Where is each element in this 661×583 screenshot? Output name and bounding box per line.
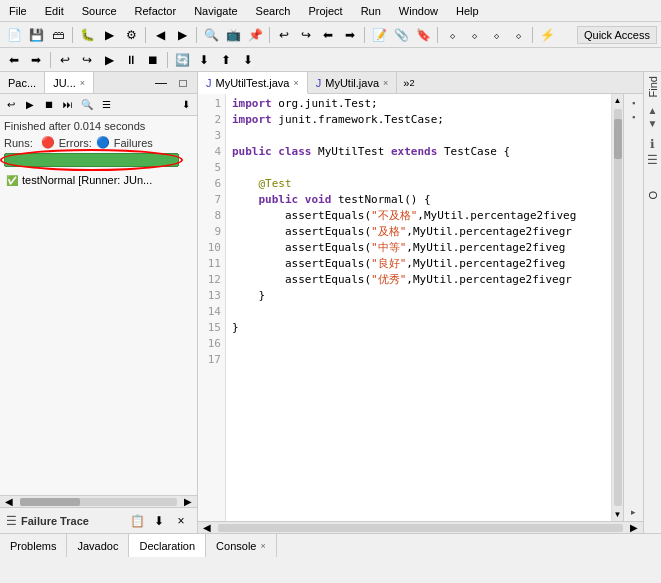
editor-hscroll[interactable]: ◀ ▶ [198,521,643,533]
tab-junit[interactable]: JU... × [45,72,94,93]
find-prev[interactable]: ▲ [648,105,658,116]
lt-btn7[interactable]: ⬇ [177,96,195,114]
tab-console-close[interactable]: × [260,541,265,551]
panel-maximize[interactable]: □ [173,73,193,93]
sep4 [269,27,270,43]
tab-declaration[interactable]: Declaration [129,534,206,557]
panel-minimize[interactable]: — [151,73,171,93]
tab-problems[interactable]: Problems [0,534,67,557]
annot-btn[interactable]: 📝 [369,25,389,45]
ft-btn1[interactable]: 📋 [127,511,147,531]
misc3-btn[interactable]: ⬦ [486,25,506,45]
info-icon-1[interactable]: ℹ [650,137,655,151]
menu-window[interactable]: Window [394,3,443,19]
test-item-normal[interactable]: ✅ testNormal [Runner: JUn... [4,173,193,187]
main-toolbar: 📄 💾 🗃 🐛 ▶ ⚙ ◀ ▶ 🔍 📺 📌 ↩ ↪ ⬅ ➡ 📝 📎 🔖 ⬦ ⬦ … [0,22,661,48]
vscroll-down[interactable]: ▼ [612,508,624,521]
t2-btn8[interactable]: 🔄 [172,50,192,70]
ln-9: 9 [198,224,221,240]
tab-javadoc[interactable]: Javadoc [67,534,129,557]
search-btn[interactable]: 🔍 [201,25,221,45]
redo-btn[interactable]: ↪ [296,25,316,45]
new-btn[interactable]: 📄 [4,25,24,45]
menu-project[interactable]: Project [303,3,347,19]
annotation-marker2: ▪ [632,112,635,122]
left-scrollbar[interactable]: ◀ ▶ [0,495,197,507]
save-all-btn[interactable]: 🗃 [48,25,68,45]
ft-btn2[interactable]: ⬇ [149,511,169,531]
lt-btn4[interactable]: ⏭ [59,96,77,114]
menu-edit[interactable]: Edit [40,3,69,19]
misc1-btn[interactable]: ⬦ [442,25,462,45]
run2-btn[interactable]: ⚙ [121,25,141,45]
vscroll-up[interactable]: ▲ [612,94,624,107]
t2-btn11[interactable]: ⬇ [238,50,258,70]
lt-btn5[interactable]: 🔍 [78,96,96,114]
tab-myutiltest-close[interactable]: × [293,78,298,88]
menu-search[interactable]: Search [251,3,296,19]
find-arrows: ▲ ▼ [648,101,658,133]
sep6 [437,27,438,43]
hscroll-right[interactable]: ▶ [625,519,643,537]
menu-refactor[interactable]: Refactor [130,3,182,19]
info-icon-2[interactable]: ☰ [647,153,658,167]
t2-btn1[interactable]: ⬅ [4,50,24,70]
t2-btn6[interactable]: ⏸ [121,50,141,70]
failure-trace: ☰ Failure Trace 📋 ⬇ × [0,507,197,533]
extra2-btn[interactable]: ⚡ [537,25,557,45]
tab-myutiltest[interactable]: J MyUtilTest.java × [198,72,308,94]
tab-myutil-close[interactable]: × [383,78,388,88]
annot3-btn[interactable]: 🔖 [413,25,433,45]
editor-tabs: J MyUtilTest.java × J MyUtil.java × »2 [198,72,643,94]
lt-btn2[interactable]: ▶ [21,96,39,114]
menu-run[interactable]: Run [356,3,386,19]
misc4-btn[interactable]: ⬦ [508,25,528,45]
lt-btn3[interactable]: ⏹ [40,96,58,114]
fwd-btn[interactable]: ➡ [340,25,360,45]
t2-btn2[interactable]: ➡ [26,50,46,70]
code-editor[interactable]: import org.junit.Test; import junit.fram… [226,94,611,521]
tab-more[interactable]: »2 [397,72,420,93]
tab-junit-close[interactable]: × [80,78,85,88]
tab-myutil[interactable]: J MyUtil.java × [308,72,398,93]
secondary-toolbar: ⬅ ➡ ↩ ↪ ▶ ⏸ ⏹ 🔄 ⬇ ⬆ ⬇ [0,48,661,72]
main-area: Pac... JU... × — □ ↩ ▶ ⏹ ⏭ 🔍 ☰ ⬇ Finishe… [0,72,661,533]
tab-console[interactable]: Console × [206,534,277,557]
t2-btn9[interactable]: ⬇ [194,50,214,70]
lt-btn6[interactable]: ☰ [97,96,115,114]
t2-btn4[interactable]: ↪ [77,50,97,70]
ft-close[interactable]: × [171,511,191,531]
undo-btn[interactable]: ↩ [274,25,294,45]
run-btn[interactable]: ▶ [99,25,119,45]
ln-10: 10 [198,240,221,256]
scroll-thumb[interactable] [20,498,80,506]
ln-16: 16 [198,336,221,352]
test-item-label: testNormal [Runner: JUn... [22,174,152,186]
menu-help[interactable]: Help [451,3,484,19]
debug-btn[interactable]: 🐛 [77,25,97,45]
misc2-btn[interactable]: ⬦ [464,25,484,45]
tab-myutil-label: MyUtil.java [325,77,379,89]
lt-btn1[interactable]: ↩ [2,96,20,114]
next-btn[interactable]: ▶ [172,25,192,45]
t2-btn3[interactable]: ↩ [55,50,75,70]
t2-btn10[interactable]: ⬆ [216,50,236,70]
sep3 [196,27,197,43]
finished-message: Finished after 0.014 seconds [4,120,193,132]
tab-package-explorer[interactable]: Pac... [0,72,45,93]
errors-label: Errors: [59,137,92,149]
back-btn[interactable]: ⬅ [318,25,338,45]
tab-junit-label: JU... [53,77,76,89]
find-next[interactable]: ▼ [648,118,658,129]
menu-source[interactable]: Source [77,3,122,19]
extra-btn[interactable]: 📌 [245,25,265,45]
annot2-btn[interactable]: 📎 [391,25,411,45]
save-btn[interactable]: 💾 [26,25,46,45]
vscroll-thumb[interactable] [614,119,622,159]
menu-navigate[interactable]: Navigate [189,3,242,19]
console-btn[interactable]: 📺 [223,25,243,45]
prev-btn[interactable]: ◀ [150,25,170,45]
t2-btn5[interactable]: ▶ [99,50,119,70]
t2-btn7[interactable]: ⏹ [143,50,163,70]
menu-file[interactable]: File [4,3,32,19]
